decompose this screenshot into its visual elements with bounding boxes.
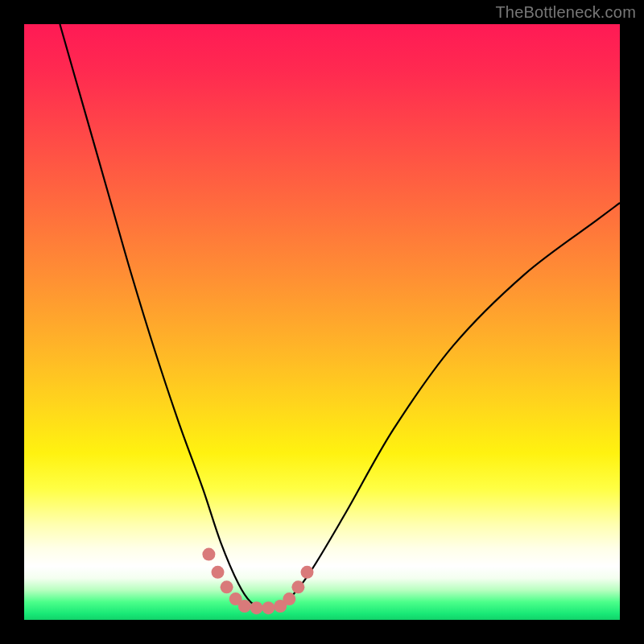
plot-area xyxy=(24,24,620,620)
watermark-text: TheBottleneck.com xyxy=(495,3,636,22)
bead-dot xyxy=(291,580,304,593)
bead-dot xyxy=(283,592,295,605)
curve-line xyxy=(60,24,620,609)
bead-dot xyxy=(221,580,233,593)
bead-dot xyxy=(250,601,263,614)
chart-frame: TheBottleneck.com xyxy=(0,0,644,644)
bead-dot xyxy=(202,548,215,561)
bead-dot xyxy=(262,601,275,614)
bead-dot xyxy=(301,566,314,579)
chart-svg xyxy=(24,24,620,620)
bead-dot xyxy=(238,600,251,613)
curve-beads xyxy=(202,548,313,615)
bead-dot xyxy=(212,566,225,579)
